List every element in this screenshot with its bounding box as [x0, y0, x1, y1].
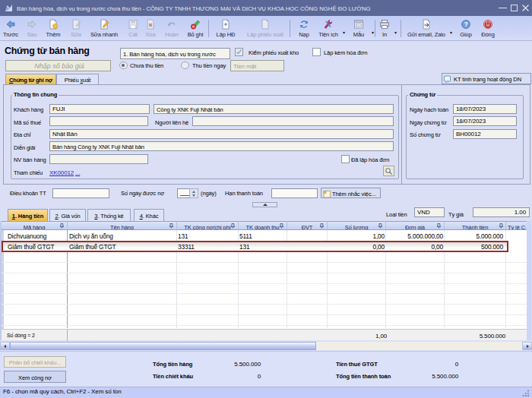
- svg-text:?: ?: [464, 21, 467, 28]
